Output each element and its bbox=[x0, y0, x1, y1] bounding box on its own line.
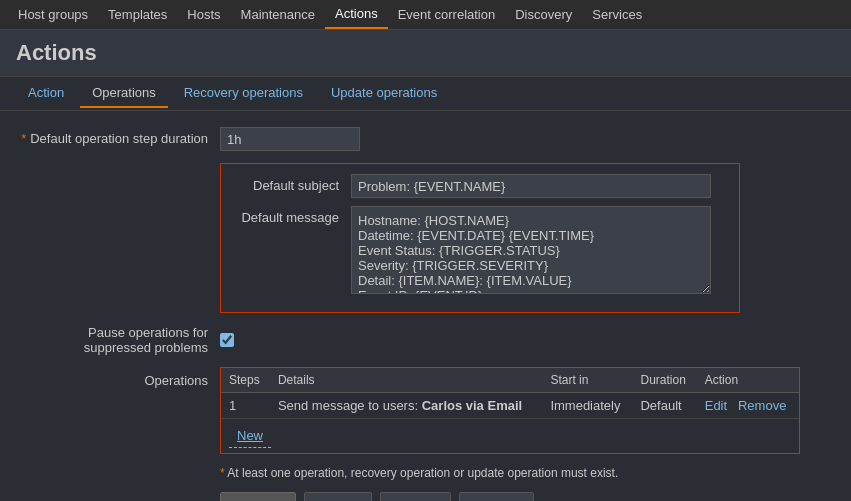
nav-event-correlation[interactable]: Event correlation bbox=[388, 0, 506, 29]
delete-button[interactable]: Delete bbox=[380, 492, 452, 501]
pause-label: Pause operations for suppressed problems bbox=[20, 325, 220, 355]
table-row: 1 Send message to users: Carlos via Emai… bbox=[221, 393, 799, 419]
default-message-group: Default subject Default message Hostname… bbox=[220, 163, 740, 313]
row-details-text: Send message to users: bbox=[278, 398, 418, 413]
step-duration-label: *Default operation step duration bbox=[20, 127, 220, 146]
col-details: Details bbox=[270, 368, 543, 393]
row-steps: 1 bbox=[221, 393, 270, 419]
col-steps: Steps bbox=[221, 368, 270, 393]
nav-discovery[interactable]: Discovery bbox=[505, 0, 582, 29]
row-action-cell: Edit Remove bbox=[697, 393, 799, 419]
col-duration: Duration bbox=[632, 368, 696, 393]
col-action: Action bbox=[697, 368, 799, 393]
update-button[interactable]: Update bbox=[220, 492, 296, 501]
clone-button[interactable]: Clone bbox=[304, 492, 372, 501]
new-operation-link[interactable]: New bbox=[229, 424, 271, 448]
warning-message: At least one operation, recovery operati… bbox=[227, 466, 618, 480]
tab-bar: Action Operations Recovery operations Up… bbox=[0, 77, 851, 111]
nav-templates[interactable]: Templates bbox=[98, 0, 177, 29]
operations-table-wrapper: Steps Details Start in Duration Action 1… bbox=[220, 367, 800, 454]
row-start-in: Immediately bbox=[542, 393, 632, 419]
action-buttons: Update Clone Delete Cancel bbox=[220, 492, 831, 501]
remove-link[interactable]: Remove bbox=[738, 398, 786, 413]
operations-table: Steps Details Start in Duration Action 1… bbox=[221, 368, 799, 453]
step-duration-row: *Default operation step duration bbox=[20, 127, 831, 151]
tab-update-operations[interactable]: Update operations bbox=[319, 79, 449, 108]
col-start-in: Start in bbox=[542, 368, 632, 393]
row-details-bold: Carlos via Email bbox=[422, 398, 522, 413]
operations-section: Operations Steps Details Start in Durati… bbox=[20, 367, 831, 454]
tab-recovery-operations[interactable]: Recovery operations bbox=[172, 79, 315, 108]
new-cell: New bbox=[221, 419, 799, 454]
row-duration: Default bbox=[632, 393, 696, 419]
main-content: *Default operation step duration Default… bbox=[0, 111, 851, 501]
nav-host-groups[interactable]: Host groups bbox=[8, 0, 98, 29]
nav-actions[interactable]: Actions bbox=[325, 0, 388, 29]
default-subject-label: Default subject bbox=[231, 174, 351, 193]
nav-hosts[interactable]: Hosts bbox=[177, 0, 230, 29]
default-subject-input[interactable] bbox=[351, 174, 711, 198]
pause-checkbox[interactable] bbox=[220, 333, 234, 347]
default-subject-row: Default subject bbox=[231, 174, 729, 198]
top-navigation: Host groups Templates Hosts Maintenance … bbox=[0, 0, 851, 30]
step-duration-required: * bbox=[21, 131, 26, 146]
cancel-button[interactable]: Cancel bbox=[459, 492, 533, 501]
default-message-row: Default message Hostname: {HOST.NAME} Da… bbox=[231, 206, 729, 294]
edit-link[interactable]: Edit bbox=[705, 398, 727, 413]
warning-text: * At least one operation, recovery opera… bbox=[220, 466, 831, 480]
nav-services[interactable]: Services bbox=[582, 0, 652, 29]
new-row: New bbox=[221, 419, 799, 454]
nav-maintenance[interactable]: Maintenance bbox=[231, 0, 325, 29]
default-message-label: Default message bbox=[231, 206, 351, 225]
row-details: Send message to users: Carlos via Email bbox=[270, 393, 543, 419]
default-message-textarea[interactable]: Hostname: {HOST.NAME} Datetime: {EVENT.D… bbox=[351, 206, 711, 294]
tab-operations[interactable]: Operations bbox=[80, 79, 168, 108]
pause-checkbox-row: Pause operations for suppressed problems bbox=[20, 325, 831, 355]
warning-asterisk: * bbox=[220, 466, 225, 480]
operations-label: Operations bbox=[20, 367, 220, 388]
step-duration-input[interactable] bbox=[220, 127, 360, 151]
tab-action[interactable]: Action bbox=[16, 79, 76, 108]
page-title: Actions bbox=[0, 30, 851, 77]
